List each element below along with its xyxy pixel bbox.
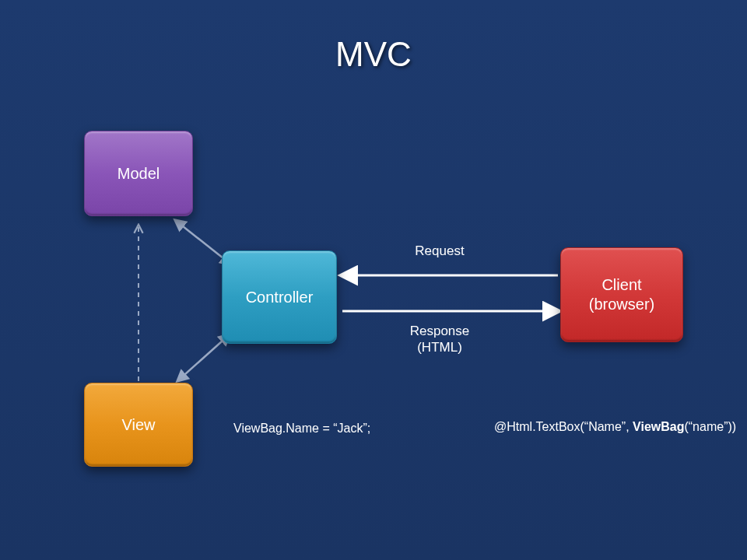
code-snippet2-suffix: (“name”)) [684, 420, 736, 433]
arrow-view-controller [177, 334, 230, 381]
box-controller-label: Controller [246, 289, 314, 306]
label-response: Response (HTML) [389, 323, 490, 356]
code-snippet2-bold: ViewBag [633, 420, 684, 433]
box-view: View [84, 383, 193, 467]
label-request: Request [389, 243, 490, 259]
box-model-label: Model [117, 165, 160, 183]
code-snippet-viewbag-assign: ViewBag.Name = “Jack”; [233, 422, 370, 436]
box-client: Client (browser) [560, 247, 683, 342]
box-view-label: View [122, 416, 156, 434]
box-client-line1: Client [601, 276, 641, 293]
box-controller: Controller [222, 250, 337, 344]
box-model: Model [84, 131, 193, 216]
label-response-line2: (HTML) [417, 340, 462, 355]
label-response-line1: Response [410, 324, 470, 338]
code-snippet2-prefix: @Html.TextBox(“Name”, [494, 420, 633, 433]
box-client-line2: (browser) [589, 296, 654, 313]
code-snippet-html-textbox: @Html.TextBox(“Name”, ViewBag(“name”)) [494, 420, 736, 434]
slide-title: MVC [0, 35, 747, 74]
